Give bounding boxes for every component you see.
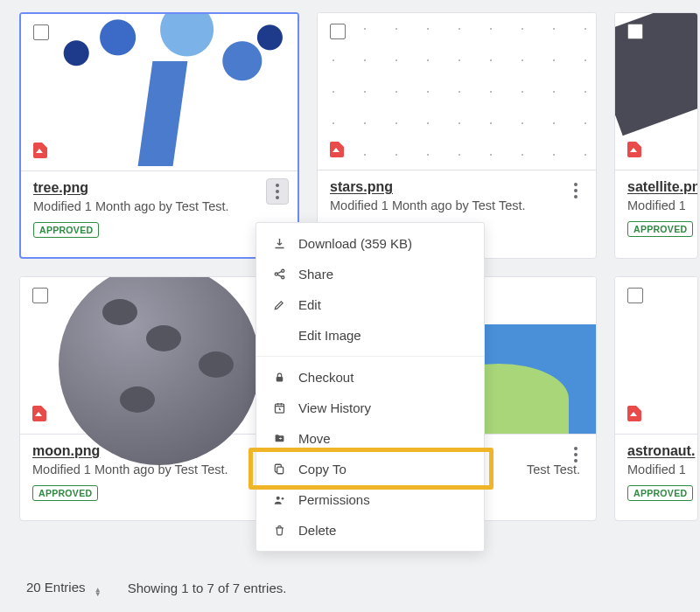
- modified-line: Modified 1: [627, 198, 685, 212]
- menu-label: Edit Image: [298, 328, 361, 343]
- context-menu: Download (359 KB) Share Edit Edit Image …: [256, 222, 485, 552]
- menu-label: Permissions: [298, 492, 370, 507]
- thumbnail[interactable]: [318, 13, 596, 170]
- svg-point-6: [276, 496, 279, 499]
- menu-permissions[interactable]: Permissions: [256, 484, 484, 515]
- copy-icon: [272, 462, 286, 476]
- menu-edit[interactable]: Edit: [256, 289, 484, 320]
- menu-label: Copy To: [298, 462, 346, 476]
- menu-label: Move: [298, 431, 331, 446]
- footer: 20 Entries ▲▼ Showing 1 to 7 of 7 entrie…: [26, 580, 286, 596]
- status-badge: APPROVED: [32, 485, 98, 501]
- lock-icon: [272, 371, 286, 385]
- image-file-icon: [627, 406, 641, 421]
- select-checkbox[interactable]: [627, 24, 643, 39]
- status-badge: APPROVED: [33, 222, 99, 238]
- pencil-icon: [272, 298, 286, 312]
- modified-line: Modified 1 Month ago by Test Test.: [32, 462, 286, 476]
- select-checkbox[interactable]: [32, 288, 48, 303]
- sort-arrows-icon: ▲▼: [94, 588, 102, 596]
- svg-point-7: [281, 497, 284, 499]
- status-badge: APPROVED: [627, 485, 693, 501]
- menu-divider: [256, 356, 484, 357]
- card-meta: astronaut. Modified 1 APPROVED: [615, 435, 697, 520]
- status-badge: APPROVED: [627, 221, 693, 237]
- showing-text: Showing 1 to 7 of 7 entries.: [128, 581, 287, 595]
- modified-line: Modified 1 Month ago by Test Test.: [33, 199, 285, 213]
- menu-edit-image[interactable]: Edit Image: [256, 320, 484, 351]
- svg-rect-3: [276, 377, 283, 381]
- file-title[interactable]: satellite.png: [627, 179, 685, 195]
- menu-download[interactable]: Download (359 KB): [256, 228, 484, 259]
- thumbnail[interactable]: [21, 14, 298, 171]
- menu-label: Share: [298, 267, 333, 282]
- file-title[interactable]: tree.png: [33, 180, 285, 196]
- menu-copy-to[interactable]: Copy To: [256, 454, 484, 484]
- image-file-icon: [330, 142, 344, 157]
- file-card-astronaut[interactable]: astronaut. Modified 1 APPROVED: [614, 276, 698, 521]
- menu-checkout[interactable]: Checkout: [256, 362, 484, 393]
- share-icon: [272, 268, 286, 282]
- history-icon: [272, 401, 286, 415]
- menu-share[interactable]: Share: [256, 259, 484, 289]
- svg-rect-5: [277, 467, 284, 474]
- select-checkbox[interactable]: [33, 24, 49, 40]
- select-checkbox[interactable]: [627, 288, 643, 303]
- menu-move[interactable]: Move: [256, 423, 484, 454]
- entries-selector[interactable]: 20 Entries ▲▼: [26, 580, 102, 596]
- download-icon: [272, 237, 286, 251]
- more-actions-button[interactable]: [564, 177, 587, 204]
- image-file-icon: [33, 143, 47, 158]
- thumbnail[interactable]: [615, 13, 697, 170]
- menu-label: View History: [298, 400, 371, 415]
- file-title[interactable]: moon.png: [32, 443, 286, 459]
- users-icon: [272, 493, 286, 507]
- modified-line: Modified 1 Month ago by Test Test.: [330, 198, 584, 212]
- more-actions-button[interactable]: [266, 178, 289, 205]
- menu-label: Download (359 KB): [298, 236, 412, 251]
- menu-label: Checkout: [298, 370, 354, 385]
- blank-icon: [272, 329, 286, 343]
- menu-delete[interactable]: Delete: [256, 515, 484, 546]
- card-meta: satellite.png Modified 1 APPROVED: [615, 170, 697, 256]
- image-file-icon: [32, 406, 46, 421]
- menu-view-history[interactable]: View History: [256, 393, 484, 423]
- trash-icon: [272, 524, 286, 538]
- menu-label: Edit: [298, 297, 321, 312]
- image-file-icon: [627, 142, 641, 157]
- file-title[interactable]: astronaut.: [627, 443, 685, 459]
- modified-line: Modified 1: [627, 462, 685, 476]
- more-actions-button[interactable]: [564, 442, 587, 468]
- select-checkbox[interactable]: [330, 24, 346, 39]
- thumbnail[interactable]: [615, 277, 697, 435]
- file-title[interactable]: stars.png: [330, 179, 584, 195]
- file-card-satellite[interactable]: satellite.png Modified 1 APPROVED: [614, 12, 698, 259]
- folder-move-icon: [272, 432, 286, 446]
- menu-label: Delete: [298, 523, 336, 538]
